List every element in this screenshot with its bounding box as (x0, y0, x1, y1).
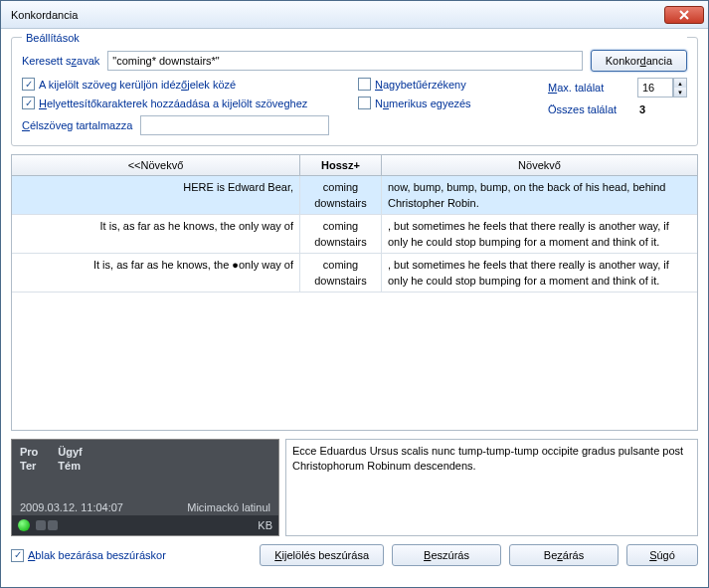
col-header-right[interactable]: Növekvő (382, 155, 697, 175)
spinner-down-icon[interactable]: ▼ (674, 88, 686, 97)
settings-fieldset: Beállítások Keresett szavak Konkordancia… (11, 37, 698, 146)
total-hits-value: 3 (639, 103, 687, 115)
max-hits-spinner[interactable]: ▲▼ (673, 78, 687, 98)
quote-checkbox-label: A kijelölt szöveg kerüljön idézőjelek kö… (39, 79, 236, 91)
settings-legend: Beállítások (22, 32, 687, 44)
table-row[interactable]: It is, as far as he knows, the ●only way… (12, 254, 697, 293)
cell-mid: coming downstairs (300, 176, 382, 214)
meta-col-2: Ügyf Tém (58, 446, 82, 472)
meta-timestamp: 2009.03.12. 11:04:07 (20, 501, 123, 513)
numeric-checkbox-row: Numerikus egyezés (358, 97, 471, 109)
preview-pane[interactable]: Ecce Eduardus Ursus scalis nunc tump-tum… (285, 439, 698, 536)
meta-pro: Pro (20, 446, 38, 458)
case-checkbox[interactable] (358, 78, 371, 91)
numeric-checkbox-label: Numerikus egyezés (375, 98, 471, 109)
opt-row-2: Helyettesítőkarakterek hozzáadása a kije… (22, 97, 536, 109)
meta-ter: Ter (20, 460, 38, 472)
close-on-insert-row: Ablak bezárása beszúráskor (11, 549, 166, 562)
cell-right: now, bump, bump, bump, on the back of hi… (382, 176, 697, 214)
wildcard-checkbox[interactable] (22, 97, 35, 109)
footer: Ablak bezárása beszúráskor Kijelölés bes… (11, 544, 698, 566)
col-header-left[interactable]: <<Növekvő (12, 155, 300, 175)
quote-checkbox-row: A kijelölt szöveg kerüljön idézőjelek kö… (22, 78, 350, 91)
search-input[interactable] (107, 51, 582, 71)
flag-icons (36, 520, 58, 530)
close-on-insert-label: Ablak bezárása beszúráskor (28, 549, 166, 561)
insert-button[interactable]: Beszúrás (392, 544, 501, 566)
table-body: HERE is Edward Bear, coming downstairs n… (12, 176, 697, 430)
max-hits-label: Max. találat (548, 82, 604, 94)
max-hits-row: Max. találat ▲▼ (548, 78, 687, 98)
table-row[interactable]: It is, as far as he knows, the only way … (12, 215, 697, 254)
max-hits-field: ▲▼ (637, 78, 687, 98)
cell-right: , but sometimes he feels that there real… (382, 254, 697, 292)
col-header-middle[interactable]: Hossz+ (300, 155, 382, 175)
close-window-button[interactable] (664, 6, 704, 24)
concordance-button[interactable]: Konkordancia (591, 50, 687, 72)
spinner-up-icon[interactable]: ▲ (674, 79, 686, 88)
meta-tem: Tém (58, 460, 82, 472)
insert-selection-button[interactable]: Kijelölés beszúrása (260, 544, 384, 566)
titlebar: Konkordancia (1, 1, 708, 29)
close-icon (679, 10, 689, 20)
options-grid: A kijelölt szöveg kerüljön idézőjelek kö… (22, 72, 687, 135)
cell-left: HERE is Edward Bear, (12, 176, 300, 214)
search-row: Keresett szavak Konkordancia (22, 50, 687, 72)
search-label: Keresett szavak (22, 55, 99, 67)
target-row: Célszöveg tartalmazza (22, 115, 536, 135)
target-input[interactable] (140, 115, 329, 135)
case-checkbox-row: Nagybetűérzékeny (358, 78, 466, 91)
target-label: Célszöveg tartalmazza (22, 119, 132, 131)
close-on-insert-checkbox[interactable] (11, 549, 24, 562)
cell-mid: coming downstairs (300, 254, 382, 292)
table-header: <<Növekvő Hossz+ Növekvő (12, 155, 697, 176)
wildcard-checkbox-label: Helyettesítőkarakterek hozzáadása a kije… (39, 98, 307, 109)
wildcard-checkbox-row: Helyettesítőkarakterek hozzáadása a kije… (22, 97, 350, 109)
close-button[interactable]: Bezárás (509, 544, 619, 566)
options-left: A kijelölt szöveg kerüljön idézőjelek kö… (22, 72, 536, 135)
meta-source: Micimackó latinul (187, 501, 270, 513)
meta-mid: 2009.03.12. 11:04:07 Micimackó latinul (12, 499, 278, 515)
window-title: Konkordancia (11, 9, 664, 21)
max-hits-input[interactable] (637, 78, 673, 98)
help-button[interactable]: Súgó (626, 544, 698, 566)
total-hits-row: Összes találat 3 (548, 103, 687, 115)
results-table: <<Növekvő Hossz+ Növekvő HERE is Edward … (11, 154, 698, 431)
flag-icon (36, 520, 46, 530)
cell-left: It is, as far as he knows, the only way … (12, 215, 300, 253)
meta-kb: KB (258, 519, 272, 531)
content-area: Beállítások Keresett szavak Konkordancia… (1, 29, 708, 587)
metadata-panel: Pro Ter Ügyf Tém 2009.03.12. 11:04:07 Mi… (11, 439, 279, 536)
table-row[interactable]: HERE is Edward Bear, coming downstairs n… (12, 176, 697, 215)
total-hits-label: Összes találat (548, 103, 617, 115)
opt-row-1: A kijelölt szöveg kerüljön idézőjelek kö… (22, 78, 536, 91)
cell-mid: coming downstairs (300, 215, 382, 253)
bottom-split: Pro Ter Ügyf Tém 2009.03.12. 11:04:07 Mi… (11, 439, 698, 536)
numeric-checkbox[interactable] (358, 97, 371, 109)
meta-col-1: Pro Ter (20, 446, 38, 472)
meta-top: Pro Ter Ügyf Tém (12, 440, 278, 478)
cell-left: It is, as far as he knows, the ●only way… (12, 254, 300, 292)
case-checkbox-label: Nagybetűérzékeny (375, 79, 466, 91)
status-led-icon (18, 519, 30, 531)
dialog-window: Konkordancia Beállítások Keresett szavak… (0, 0, 709, 588)
flag-icon (48, 520, 58, 530)
meta-ugyf: Ügyf (58, 446, 82, 458)
cell-right: , but sometimes he feels that there real… (382, 215, 697, 253)
meta-statusbar: KB (12, 515, 278, 535)
quote-checkbox[interactable] (22, 78, 35, 91)
options-right: Max. találat ▲▼ Összes találat 3 (548, 72, 687, 135)
